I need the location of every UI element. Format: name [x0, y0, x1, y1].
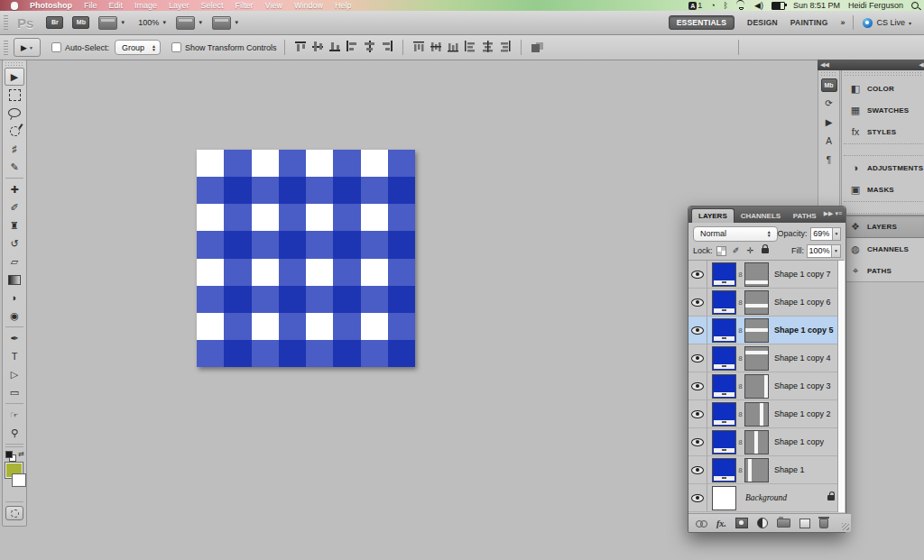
align-top-edges-button[interactable] — [294, 41, 308, 52]
tab-paths[interactable]: PATHS — [787, 209, 823, 223]
quick-selection-tool[interactable] — [5, 122, 24, 140]
layer-list-scrollbar[interactable] — [837, 261, 845, 512]
new-layer-icon[interactable] — [799, 519, 810, 528]
panel-menu-icon[interactable]: ▶▶ ▾≡ — [824, 210, 842, 217]
layer-visibility-cell[interactable] — [688, 372, 707, 399]
align-left-edges-button[interactable] — [346, 41, 359, 52]
move-tool[interactable]: ▶ — [5, 68, 24, 86]
menu-help[interactable]: Help — [335, 1, 352, 10]
opacity-arrow[interactable]: ▼ — [833, 227, 841, 241]
type-tool[interactable]: T — [5, 347, 24, 365]
vector-mask-thumbnail[interactable] — [744, 374, 769, 399]
view-extras-icon[interactable] — [98, 16, 117, 30]
fill-arrow[interactable]: ▼ — [832, 244, 841, 258]
vector-mask-thumbnail[interactable] — [744, 458, 769, 482]
layer-visibility-cell[interactable] — [688, 400, 707, 427]
blur-tool[interactable]: ◗ — [5, 289, 24, 307]
distribute-bottom-edges-button[interactable] — [447, 41, 460, 52]
zoom-tool[interactable]: ⚲ — [5, 424, 24, 442]
collapse-panels-icon[interactable]: ◀◀ — [820, 61, 828, 69]
auto-align-layers-button[interactable] — [531, 41, 544, 53]
add-layer-mask-icon[interactable] — [735, 518, 748, 528]
eye-icon[interactable] — [691, 382, 704, 390]
show-transform-controls-checkbox[interactable] — [171, 42, 181, 52]
layer-row-shape-1[interactable]: 8Shape 1 — [688, 456, 844, 484]
eye-icon[interactable] — [691, 298, 704, 307]
dock-button-layers[interactable]: ❖LAYERS — [842, 215, 924, 238]
layer-visibility-cell[interactable] — [688, 289, 707, 316]
layer-visibility-cell[interactable] — [688, 344, 707, 372]
menu-window[interactable]: Window — [294, 1, 323, 10]
vector-mask-thumbnail[interactable] — [744, 430, 769, 454]
new-adjustment-layer-icon[interactable] — [757, 518, 768, 528]
tool-preset-picker[interactable]: ▶ ▼ — [14, 38, 41, 57]
lock-all-icon[interactable] — [760, 246, 771, 256]
eraser-tool[interactable]: ▱ — [5, 252, 24, 271]
menu-select[interactable]: Select — [201, 1, 224, 10]
wifi-icon[interactable] — [736, 2, 746, 9]
vector-mask-thumbnail[interactable] — [744, 290, 769, 315]
cs-live-button[interactable]: CS Live ▾ — [863, 18, 911, 28]
rectangular-marquee-tool[interactable] — [5, 86, 24, 104]
eye-icon[interactable] — [691, 271, 704, 279]
history-panel-button[interactable]: ⟳ — [820, 95, 837, 111]
workspace-painting[interactable]: PAINTING — [790, 18, 828, 27]
menu-image[interactable]: Image — [134, 1, 157, 10]
time-machine-icon[interactable]: ◔ — [710, 1, 715, 10]
spot-healing-brush-tool[interactable]: ✚ — [5, 180, 24, 198]
auto-select-target-select[interactable]: Group ▲▼ — [115, 40, 161, 55]
distribute-vertical-centers-button[interactable] — [430, 41, 443, 52]
document-canvas[interactable] — [197, 150, 415, 367]
tools-panel-grip[interactable] — [5, 62, 23, 66]
auto-select-checkbox[interactable] — [51, 42, 61, 52]
layer-thumbnail[interactable] — [712, 318, 736, 343]
apple-menu-icon[interactable] — [11, 2, 18, 10]
layer-thumbnail[interactable] — [712, 262, 736, 287]
menu-layer[interactable]: Layer — [169, 1, 189, 10]
tab-layers[interactable]: LAYERS — [691, 208, 735, 223]
layer-visibility-cell[interactable] — [688, 261, 707, 288]
menu-clock[interactable]: Sun 8:51 PM — [793, 1, 840, 10]
default-colors-icon[interactable] — [5, 451, 13, 458]
eye-icon[interactable] — [691, 438, 704, 446]
path-selection-tool[interactable]: ▷ — [5, 365, 24, 383]
zoom-level-value[interactable]: 100% — [138, 18, 159, 27]
dock-strip-grip[interactable] — [821, 72, 836, 76]
dock-button-adjustments[interactable]: ◑ADJUSTMENTS — [842, 157, 924, 179]
mini-bridge-panel-button[interactable]: Mb — [821, 78, 837, 92]
layer-thumbnail[interactable] — [712, 346, 736, 371]
layer-row-shape-1-copy-7[interactable]: 8Shape 1 copy 7 — [688, 261, 844, 289]
quick-mask-mode-button[interactable] — [5, 506, 23, 520]
distribute-left-edges-button[interactable] — [464, 41, 477, 52]
volume-icon[interactable]: ◀) — [754, 1, 763, 10]
align-horizontal-centers-button[interactable] — [363, 41, 376, 52]
panel-resize-grip[interactable] — [842, 523, 849, 530]
dock-collapse-bar[interactable]: ◀◀ ◀◀ — [818, 60, 924, 70]
layer-visibility-cell[interactable] — [688, 428, 707, 455]
vector-mask-thumbnail[interactable] — [744, 318, 769, 343]
layer-row-shape-1-copy-5[interactable]: 8Shape 1 copy 5 — [688, 317, 844, 344]
eye-icon[interactable] — [691, 354, 704, 363]
arrange-documents-arrow[interactable]: ▼ — [198, 20, 203, 25]
collapse-panels-icon[interactable]: ◀◀ — [919, 61, 924, 69]
layer-thumbnail[interactable] — [712, 374, 736, 399]
rectangle-tool[interactable]: ▭ — [5, 383, 24, 401]
dock-panels-grip[interactable] — [845, 72, 922, 76]
swap-colors-icon[interactable]: ⇄ — [18, 450, 24, 458]
workspace-overflow-button[interactable]: » — [840, 18, 844, 27]
eye-icon[interactable] — [691, 410, 704, 418]
menu-filter[interactable]: Filter — [236, 1, 254, 10]
dodge-tool[interactable]: ◉ — [5, 307, 24, 325]
distribute-horizontal-centers-button[interactable] — [481, 41, 494, 52]
eye-icon[interactable] — [691, 326, 704, 335]
battery-icon[interactable] — [772, 2, 785, 10]
bluetooth-icon[interactable]: ᛒ — [724, 1, 728, 10]
lasso-tool[interactable] — [5, 104, 24, 122]
layer-row-shape-1-copy-2[interactable]: 8Shape 1 copy 2 — [688, 400, 844, 428]
view-extras-arrow[interactable]: ▼ — [120, 20, 125, 25]
layer-row-background[interactable]: Background — [688, 484, 844, 512]
layer-thumbnail[interactable] — [712, 402, 736, 427]
menu-edit[interactable]: Edit — [109, 1, 124, 10]
distribute-top-edges-button[interactable] — [412, 41, 426, 52]
clone-stamp-tool[interactable]: ♜ — [5, 216, 24, 234]
